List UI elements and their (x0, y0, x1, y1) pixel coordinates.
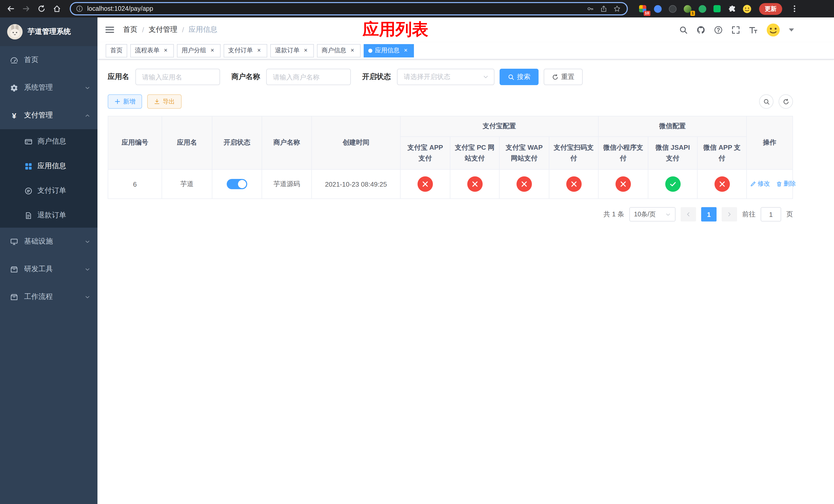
tab-close-icon[interactable] (302, 47, 309, 54)
sidebar-item-system[interactable]: 系统管理 (0, 74, 97, 101)
tab-refund-order[interactable]: 退款订单 (270, 44, 314, 57)
breadcrumb-pay-management[interactable]: 支付管理 (149, 25, 177, 35)
app-name-input[interactable] (135, 69, 220, 85)
yen-icon (10, 112, 18, 119)
refresh-table-button[interactable] (778, 94, 793, 109)
export-button[interactable]: 导出 (147, 94, 181, 109)
browser-home-button[interactable] (50, 2, 64, 15)
browser-forward-button[interactable] (20, 2, 33, 15)
user-avatar[interactable] (766, 23, 780, 37)
bookmark-star-icon[interactable] (613, 5, 621, 12)
github-icon[interactable] (697, 25, 705, 34)
sidebar-item-devtools[interactable]: 研发工具 (0, 255, 97, 283)
extension-green-square-icon[interactable] (712, 4, 722, 13)
next-page-button[interactable] (722, 207, 737, 222)
browser-back-button[interactable] (4, 2, 18, 15)
cell-status (212, 169, 262, 199)
user-menu-caret-icon[interactable] (789, 28, 794, 31)
cell-created: 2021-10-23 08:49:25 (312, 169, 400, 199)
sidebar-collapse-icon[interactable] (105, 25, 115, 35)
extensions-puzzle-icon[interactable] (727, 4, 737, 13)
tab-home[interactable]: 首页 (106, 44, 127, 57)
chevron-down-icon (85, 266, 90, 272)
address-bar[interactable]: localhost:1024/pay/app (70, 2, 628, 15)
font-size-icon[interactable] (749, 25, 758, 34)
browser-update-button[interactable]: 更新 (759, 3, 782, 15)
breadcrumb-home[interactable]: 首页 (123, 25, 137, 35)
tab-close-icon[interactable] (256, 47, 263, 54)
tab-merchant-info[interactable]: 商户信息 (317, 44, 360, 57)
header-search-icon[interactable] (679, 25, 688, 34)
alipay-qr-status-icon (566, 176, 581, 192)
main-area: 首页 支付管理 应用信息 应用列表 首页 (97, 18, 834, 504)
reset-button[interactable]: 重置 (544, 69, 583, 85)
sidebar-item-pay[interactable]: 支付管理 (0, 101, 97, 129)
add-button[interactable]: 新增 (108, 94, 142, 109)
search-button[interactable]: 搜索 (500, 69, 539, 85)
col-alipay-wap: 支付宝 WAP 网站支付 (499, 137, 549, 169)
sidebar-item-pay-order[interactable]: 支付订单 (0, 178, 97, 203)
merchant-name-input[interactable] (266, 69, 351, 85)
tab-label: 退款订单 (275, 46, 300, 55)
browser-profile-avatar[interactable] (742, 4, 751, 13)
tab-close-icon[interactable] (402, 47, 409, 54)
page-title: 应用列表 (363, 19, 428, 41)
tab-process-form[interactable]: 流程表单 (130, 44, 174, 57)
wechat-jsapi-status-icon (665, 176, 680, 192)
sidebar-item-refund-order[interactable]: 退款订单 (0, 203, 97, 228)
toggle-search-button[interactable] (759, 94, 773, 109)
breadcrumb-separator (142, 26, 144, 34)
document-icon (25, 211, 32, 219)
goto-page-input[interactable] (761, 207, 781, 222)
url-text[interactable]: localhost:1024/pay/app (87, 5, 583, 12)
share-icon[interactable] (600, 5, 607, 12)
page-size-select[interactable]: 10条/页 (629, 207, 676, 222)
search-icon (508, 74, 514, 80)
help-icon[interactable] (714, 25, 723, 34)
chevron-left-icon (685, 211, 692, 217)
extension-blue-icon[interactable] (653, 4, 662, 13)
tab-user-group[interactable]: 用户分组 (177, 44, 221, 57)
gear-icon (10, 84, 18, 92)
tab-close-icon[interactable] (209, 47, 216, 54)
sidebar-item-label: 应用信息 (38, 161, 66, 171)
extension-colored-grid-icon[interactable]: 10 (638, 4, 647, 13)
tab-pay-order[interactable]: 支付订单 (224, 44, 267, 57)
sidebar-item-infra[interactable]: 基础设施 (0, 228, 97, 255)
sidebar-item-label: 系统管理 (24, 83, 53, 92)
wechat-app-status-icon (714, 176, 730, 192)
col-wx-app: 微信 APP 支付 (697, 137, 747, 169)
sidebar-item-merchant-info[interactable]: 商户信息 (0, 129, 97, 154)
current-page-button[interactable]: 1 (701, 207, 717, 222)
site-info-icon[interactable] (76, 5, 83, 12)
sidebar-item-home[interactable]: 首页 (0, 46, 97, 74)
prev-page-button[interactable] (681, 207, 696, 222)
fullscreen-icon[interactable] (731, 25, 740, 34)
app-logo[interactable]: 芋道管理系统 (0, 18, 97, 46)
extension-dark-icon[interactable] (668, 4, 677, 13)
sidebar-item-workflow[interactable]: 工作流程 (0, 283, 97, 311)
pagination-total: 共 1 条 (603, 210, 624, 219)
col-merchant: 商户名称 (262, 116, 312, 169)
password-key-icon[interactable] (587, 5, 594, 12)
extension-profile-icon[interactable]: 1 (683, 4, 692, 13)
header-actions (679, 23, 794, 37)
edit-button[interactable]: 修改 (750, 180, 770, 188)
col-group-wechat: 微信配置 (598, 116, 747, 137)
alipay-pc-status-icon (467, 176, 482, 192)
tab-app-info[interactable]: 应用信息 (364, 44, 414, 57)
browser-reload-button[interactable] (35, 2, 48, 15)
sidebar-item-label: 首页 (24, 55, 39, 65)
chevron-right-icon (726, 211, 732, 217)
tab-close-icon[interactable] (162, 47, 169, 54)
status-toggle[interactable] (227, 179, 247, 189)
delete-button[interactable]: 删除 (776, 180, 796, 188)
tab-close-icon[interactable] (349, 47, 356, 54)
sidebar-item-app-info[interactable]: 应用信息 (0, 154, 97, 178)
col-group-alipay: 支付宝配置 (400, 116, 598, 137)
status-select[interactable]: 请选择开启状态 (397, 69, 495, 85)
browser-menu-icon[interactable] (788, 2, 801, 15)
app-name-label: 应用名 (108, 72, 129, 82)
extension-green-circle-icon[interactable] (698, 4, 707, 13)
sidebar-item-label: 基础设施 (24, 237, 53, 246)
